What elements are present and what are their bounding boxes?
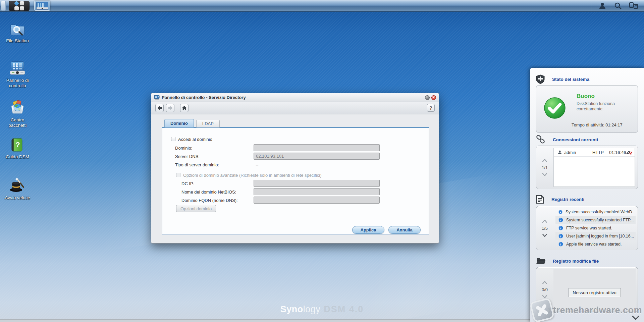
dc-ip-label: DC IP: xyxy=(181,181,194,186)
back-arrow-icon xyxy=(157,106,162,110)
server-type-value: -- xyxy=(256,162,259,167)
main-menu-square-icon xyxy=(20,1,24,5)
show-desktop-button[interactable] xyxy=(1,1,6,11)
no-active-log-message: Nessun registro attivo xyxy=(568,288,621,297)
close-icon: ✕ xyxy=(432,96,435,99)
desktop-icon-control-panel[interactable]: Pannello di controllo xyxy=(2,61,33,88)
connection-row: admin HTTP 01:16:46 xyxy=(554,148,635,157)
dns-server-input xyxy=(254,153,380,160)
log-row: User [admin] logged in from [10.16... xyxy=(555,232,636,240)
connection-time: 01:16:46 xyxy=(609,150,626,155)
window-titlebar[interactable]: Pannello di controllo - Servizio Directo… xyxy=(151,93,439,102)
apply-button[interactable]: Applica xyxy=(352,226,384,234)
domain-form-panel: Accedi al dominio Dominio: Server DNS: T… xyxy=(162,127,429,234)
pager-up-icon[interactable] xyxy=(542,220,547,223)
link-icon xyxy=(536,135,545,144)
advanced-options-label: Opzioni di dominio avanzate (Richieste s… xyxy=(183,173,322,178)
pilot-view-icon[interactable] xyxy=(629,2,638,10)
pager-down-icon[interactable] xyxy=(542,295,547,298)
info-icon xyxy=(558,218,563,222)
domain-label: Dominio: xyxy=(175,146,192,151)
tab-strip: Dominio LDAP xyxy=(164,119,220,127)
desktop-icon-file-station[interactable]: File Station xyxy=(2,22,33,44)
netbios-input xyxy=(254,188,380,195)
tab-dominio[interactable]: Dominio xyxy=(164,119,194,127)
disconnect-icon[interactable] xyxy=(626,150,632,155)
domain-input xyxy=(254,144,380,151)
window-toolbar: ? xyxy=(151,102,439,114)
fqdn-label: Dominio FQDN (nome DNS): xyxy=(181,198,238,203)
connections-list: admin HTTP 01:16:46 xyxy=(553,148,635,187)
main-menu-square-icon xyxy=(20,6,24,10)
desktop-icon-quick-start[interactable]: Avvio veloce xyxy=(2,177,33,201)
pager-up-icon[interactable] xyxy=(542,281,547,284)
window-buttons: ✕ xyxy=(425,95,436,100)
file-change-log-pager-count: 0/0 xyxy=(542,287,548,292)
pager-down-icon[interactable] xyxy=(542,234,547,237)
watermark-x-badge-icon xyxy=(530,298,555,322)
user-icon[interactable] xyxy=(598,2,606,10)
status-value: Buono xyxy=(577,93,595,100)
control-panel-thumbnail-icon xyxy=(36,2,48,10)
taskbar-app-control-panel[interactable] xyxy=(34,1,50,11)
log-text: System successfully restarted FTP... xyxy=(566,218,634,222)
connection-protocol: HTTP xyxy=(592,150,609,155)
quick-start-icon xyxy=(9,177,26,193)
brand-text-light: logy xyxy=(303,304,321,314)
widget-sidebar: Stato del sistema Buono DiskStation funz… xyxy=(530,68,644,322)
fqdn-input xyxy=(254,197,380,204)
watermark: xtremehardware.com xyxy=(532,300,642,321)
desktop-icon-package-center[interactable]: Centro pacchetti xyxy=(2,100,33,128)
recent-logs-panel: 1/5 System successfully enabled WebD... … xyxy=(536,206,638,250)
tab-ldap[interactable]: LDAP xyxy=(196,120,220,127)
log-text: User [admin] logged in from [10.16... xyxy=(566,234,634,238)
pager-up-icon[interactable] xyxy=(542,159,547,162)
desktop-icon-label: Guida DSM xyxy=(6,154,29,160)
domain-options-button: Opzioni dominio xyxy=(176,205,216,212)
system-status-panel: Buono DiskStation funziona correttamente… xyxy=(536,85,638,133)
join-domain-checkbox[interactable] xyxy=(171,137,175,141)
brand-version: DSM 4.0 xyxy=(324,304,364,314)
minimize-button[interactable] xyxy=(425,95,430,100)
cancel-button[interactable]: Annulla xyxy=(388,226,421,234)
connection-user: admin xyxy=(564,150,592,155)
status-description: DiskStation funziona correttamente. xyxy=(577,101,629,112)
close-button[interactable]: ✕ xyxy=(431,95,436,100)
connections-header: Connessioni correnti xyxy=(536,135,598,144)
forward-button xyxy=(166,104,174,112)
home-icon xyxy=(182,106,187,110)
control-panel-icon xyxy=(9,61,25,76)
window-title: Pannello di controllo - Servizio Directo… xyxy=(162,95,246,100)
recent-logs-header: Registri recenti xyxy=(536,195,584,204)
info-icon xyxy=(558,242,563,247)
pager-down-icon[interactable] xyxy=(542,173,547,176)
back-button[interactable] xyxy=(155,104,164,112)
window-title-icon xyxy=(154,95,160,100)
desktop-icon-label: Centro pacchetti xyxy=(2,117,33,128)
log-row: Apple file service was started. xyxy=(555,240,636,248)
desktop-icon-dsm-help[interactable]: ? Guida DSM xyxy=(2,138,33,160)
file-station-icon xyxy=(10,22,25,36)
server-type-label: Tipo di server dominio: xyxy=(175,162,219,167)
file-change-log-title: Registro modifica file xyxy=(553,259,599,264)
desktop-icon-label: File Station xyxy=(6,38,29,44)
recent-logs-list: System successfully enabled WebD... Syst… xyxy=(555,208,636,248)
help-button[interactable]: ? xyxy=(427,104,435,112)
svg-text:?: ? xyxy=(15,141,20,149)
advanced-options-checkbox xyxy=(176,173,180,177)
connections-panel: 1/1 admin HTTP 01:16:46 xyxy=(536,146,638,189)
recent-logs-pager-count: 1/5 xyxy=(542,226,548,231)
log-text: Apple file service was started. xyxy=(566,242,622,247)
main-menu-button[interactable] xyxy=(9,1,30,11)
file-change-log-header: Registro modifica file xyxy=(536,256,599,266)
search-icon[interactable] xyxy=(614,2,622,10)
shield-icon xyxy=(536,74,545,84)
home-button[interactable] xyxy=(180,104,189,112)
dialog-body: Dominio LDAP Accedi al dominio Dominio: … xyxy=(151,114,439,244)
taskbar xyxy=(0,0,644,12)
main-menu-square-icon xyxy=(14,6,19,10)
log-row: System successfully restarted FTP... xyxy=(555,216,636,224)
synology-dsm-logo: SynologyDSM 4.0 xyxy=(280,304,364,315)
netbios-label: Nome del dominio NetBIOS: xyxy=(181,190,236,195)
connections-title: Connessioni correnti xyxy=(553,137,598,142)
